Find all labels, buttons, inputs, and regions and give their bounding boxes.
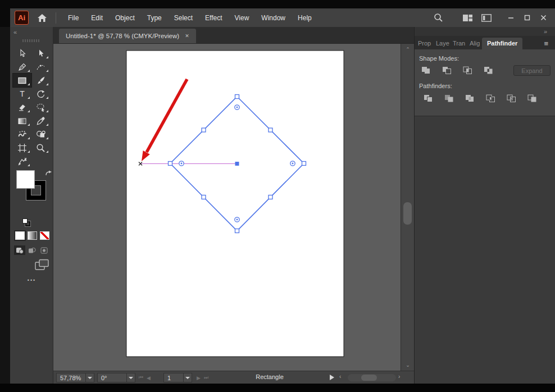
panel-menu-icon[interactable]: ≡ — [544, 39, 548, 48]
draw-behind-button[interactable] — [26, 245, 38, 255]
blend-tool[interactable] — [13, 154, 31, 168]
gradient-button[interactable] — [28, 231, 37, 240]
lasso-tool[interactable] — [31, 101, 50, 114]
menu-window[interactable]: Window — [255, 11, 292, 25]
minus-front-button[interactable] — [441, 66, 452, 75]
artboard-dropdown[interactable] — [183, 373, 192, 382]
menu-effect[interactable]: Effect — [199, 11, 228, 25]
crop-button[interactable] — [485, 94, 496, 103]
rotation-field[interactable]: 0° — [97, 373, 127, 382]
tab-transform[interactable]: Tran — [449, 38, 466, 49]
menu-select[interactable]: Select — [168, 11, 199, 25]
menu-object[interactable]: Object — [109, 11, 141, 25]
rotate-tool-icon — [36, 89, 46, 99]
draw-inside-button[interactable] — [39, 245, 50, 255]
next-artboard-icon[interactable]: ▶ — [197, 375, 201, 381]
menu-edit[interactable]: Edit — [85, 11, 109, 25]
rotation-dropdown[interactable] — [126, 373, 135, 382]
eyedropper-tool[interactable] — [31, 114, 50, 127]
document-tab-close-icon[interactable]: ✕ — [185, 33, 189, 39]
last-artboard-icon[interactable]: ⏭ — [204, 375, 208, 381]
blob-brush-tool[interactable] — [13, 127, 31, 141]
vertical-scrollbar[interactable]: ⌃ ⌄ — [401, 44, 414, 371]
artboard-number-value: 1 — [167, 375, 171, 381]
draw-behind-icon — [28, 247, 36, 254]
type-tool[interactable]: T — [13, 87, 31, 101]
menu-type[interactable]: Type — [141, 11, 168, 25]
artboard-nav-back: ⏮ ◀ — [139, 373, 151, 382]
intersect-button[interactable] — [462, 66, 473, 75]
none-button[interactable] — [40, 231, 49, 240]
maximize-button[interactable] — [519, 11, 535, 25]
merge-button[interactable] — [464, 94, 475, 103]
horizontal-scrollbar[interactable] — [348, 374, 396, 381]
pathfinders-label: Pathfinders: — [415, 81, 555, 93]
minus-back-button[interactable] — [526, 94, 538, 103]
artboard-number-field[interactable]: 1 — [163, 373, 184, 382]
scroll-up-icon[interactable]: ⌃ — [401, 45, 415, 54]
default-fill-stroke-icon[interactable] — [22, 218, 30, 226]
outline-button[interactable] — [506, 94, 517, 103]
collapse-dock-icon[interactable]: » — [544, 29, 547, 34]
scroll-down-icon[interactable]: ⌄ — [401, 361, 415, 370]
draw-normal-button[interactable] — [14, 245, 25, 255]
direct-selection-tool[interactable] — [31, 47, 50, 60]
minimize-button[interactable] — [503, 11, 519, 25]
menu-view[interactable]: View — [229, 11, 256, 25]
gradient-tool[interactable] — [13, 114, 31, 127]
arrange-documents-button[interactable] — [478, 11, 495, 25]
zoom-level-field[interactable]: 57,78% — [56, 373, 86, 382]
default-fill-chip — [22, 218, 28, 224]
exclude-button[interactable] — [483, 66, 494, 75]
right-dock: » Prop Laye Tran Alig Pathfinder ≡ Shape… — [414, 27, 555, 384]
menu-file[interactable]: File — [62, 11, 85, 25]
exclude-icon — [484, 66, 493, 75]
selection-tool[interactable] — [13, 47, 31, 60]
collapse-tools-icon[interactable]: « — [13, 29, 17, 35]
tab-align[interactable]: Alig — [466, 38, 482, 49]
rotate-tool[interactable] — [31, 87, 50, 101]
canvas[interactable] — [53, 44, 401, 371]
prev-artboard-icon[interactable]: ◀ — [147, 375, 151, 381]
curvature-tool[interactable] — [31, 60, 50, 74]
search-button[interactable] — [430, 11, 447, 25]
scroll-right-icon[interactable]: › — [398, 373, 400, 380]
divide-button[interactable] — [422, 94, 434, 103]
home-button[interactable] — [35, 11, 49, 25]
vertical-scroll-thumb[interactable] — [403, 202, 412, 225]
menu-help[interactable]: Help — [292, 11, 318, 25]
tab-pathfinder[interactable]: Pathfinder — [482, 38, 522, 49]
edit-toolbar-button[interactable]: ••• — [10, 277, 53, 283]
swap-fill-stroke-icon[interactable] — [45, 169, 52, 179]
center-anchor-point[interactable] — [235, 162, 239, 166]
first-artboard-icon[interactable]: ⏮ — [139, 375, 143, 381]
artboard-tool[interactable] — [13, 141, 31, 154]
rectangle-tool[interactable] — [13, 74, 31, 87]
scroll-left-icon[interactable]: ‹ — [339, 373, 341, 380]
eraser-tool[interactable] — [13, 101, 31, 114]
zoom-tool[interactable] — [31, 141, 50, 154]
artboard-nav-fwd: ▶ ⏭ — [197, 373, 208, 382]
eyedropper-tool-icon — [36, 116, 46, 126]
paintbrush-tool[interactable] — [31, 74, 50, 87]
close-window-button[interactable] — [535, 11, 552, 25]
window-controls — [503, 11, 552, 25]
status-play-icon[interactable] — [330, 375, 334, 380]
expand-button[interactable]: Expand — [513, 65, 551, 76]
screen-mode-button[interactable] — [35, 259, 49, 273]
color-button[interactable] — [15, 231, 25, 240]
trim-button[interactable] — [443, 94, 454, 103]
workspace-switcher-button[interactable] — [459, 11, 476, 25]
zoom-level-dropdown[interactable] — [85, 373, 94, 382]
document-tab[interactable]: Untitled-1* @ 57,78 % (CMYK/Preview) ✕ — [59, 29, 196, 43]
pen-tool[interactable] — [13, 60, 31, 74]
tab-properties[interactable]: Prop — [415, 38, 433, 49]
tab-layers[interactable]: Laye — [433, 38, 449, 49]
fill-color-swatch[interactable] — [16, 170, 35, 189]
status-bar: 57,78% 0° ⏮ ◀ 1 ▶ ⏭ Re — [53, 371, 414, 384]
shape-builder-tool[interactable] — [31, 127, 50, 141]
app-logo-icon[interactable]: Ai — [15, 11, 29, 25]
horizontal-scroll-thumb[interactable] — [361, 375, 377, 381]
tools-panel-grip[interactable] — [22, 39, 40, 42]
unite-button[interactable] — [420, 66, 431, 75]
